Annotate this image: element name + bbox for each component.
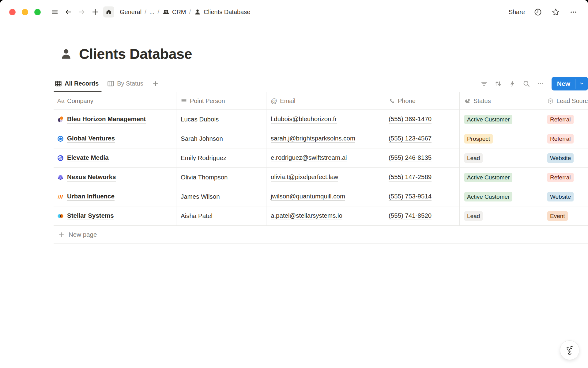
column-header-point-person[interactable]: Point Person (176, 92, 266, 109)
lead-source-cell[interactable]: Event (543, 206, 588, 225)
favorite-star-icon[interactable] (550, 6, 561, 17)
company-cell[interactable]: Bleu Horizon Management (54, 110, 176, 129)
point-person-cell[interactable]: Sarah Johnson (176, 129, 266, 148)
add-view-icon[interactable] (151, 79, 160, 89)
lead-source-cell[interactable]: Website (543, 148, 588, 167)
breadcrumb-item-general[interactable]: General (117, 7, 144, 17)
point-person-cell[interactable]: Lucas Dubois (176, 110, 266, 129)
phone-link[interactable]: (555) 369-1470 (389, 115, 432, 124)
view-more-icon[interactable] (535, 78, 546, 89)
breadcrumb-label: General (120, 9, 141, 16)
email-cell[interactable]: l.dubois@bleuhorizon.fr (266, 110, 384, 129)
phone-cell[interactable]: (555) 123-4567 (384, 129, 460, 148)
column-header-email[interactable]: @ Email (266, 92, 384, 109)
new-page-row[interactable]: New page (54, 226, 588, 244)
status-cell[interactable]: Active Customer (460, 187, 543, 206)
automation-lightning-icon[interactable] (507, 78, 518, 89)
company-name[interactable]: Urban Influence (67, 193, 115, 201)
new-page-label: New page (69, 231, 97, 238)
home-icon[interactable] (103, 6, 114, 17)
email-cell[interactable]: e.rodriguez@swiftstream.ai (266, 148, 384, 167)
history-clock-icon[interactable] (532, 6, 543, 17)
share-button[interactable]: Share (506, 7, 528, 17)
tab-label: By Status (117, 80, 143, 87)
status-cell[interactable]: Prospect (460, 129, 543, 148)
column-header-status[interactable]: Status (460, 92, 543, 109)
company-name[interactable]: Bleu Horizon Management (67, 115, 146, 124)
column-header-phone[interactable]: Phone (384, 92, 460, 109)
email-link[interactable]: jwilson@quantumquill.com (271, 193, 345, 201)
person-icon[interactable] (59, 47, 73, 61)
email-link[interactable]: e.rodriguez@swiftstream.ai (271, 154, 347, 162)
column-header-lead-source[interactable]: Lead Source (543, 92, 588, 109)
company-name[interactable]: Elevate Media (67, 154, 109, 162)
phone-link[interactable]: (555) 246-8135 (389, 154, 432, 162)
global-ventures-logo (57, 136, 64, 142)
minimize-window-button[interactable] (22, 9, 28, 15)
phone-link[interactable]: (555) 147-2589 (389, 173, 432, 182)
lead-source-cell[interactable]: Website (543, 187, 588, 206)
back-arrow-icon[interactable] (63, 6, 74, 17)
tab-all-records[interactable]: All Records (54, 75, 102, 92)
breadcrumb-item-crm[interactable]: CRM (160, 7, 189, 17)
point-person-cell[interactable]: Aisha Patel (176, 206, 266, 225)
status-cell[interactable]: Active Customer (460, 110, 543, 129)
breadcrumb-item-clients-database[interactable]: Clients Database (191, 7, 253, 17)
sort-icon[interactable] (493, 78, 504, 89)
notion-ai-button[interactable] (560, 340, 579, 360)
company-cell[interactable]: Nexus Networks (54, 168, 176, 187)
lead-source-cell[interactable]: Referral (543, 129, 588, 148)
email-link[interactable]: olivia.t@pixelperfect.law (271, 173, 338, 182)
breadcrumb-separator: / (189, 9, 191, 16)
column-label: Company (67, 98, 93, 105)
company-cell[interactable]: Global Ventures (54, 129, 176, 148)
people-icon (162, 8, 170, 16)
lead-source-badge: Referral (547, 115, 574, 124)
column-header-company[interactable]: Aa Company (54, 92, 176, 109)
phone-cell[interactable]: (555) 147-2589 (384, 168, 460, 187)
lead-source-badge: Website (547, 192, 574, 201)
point-person-cell[interactable]: Emily Rodriguez (176, 148, 266, 167)
search-icon[interactable] (521, 78, 532, 89)
lead-source-cell[interactable]: Referral (543, 110, 588, 129)
company-cell[interactable]: Urban Influence (54, 187, 176, 206)
company-name[interactable]: Stellar Systems (67, 212, 114, 220)
filter-icon[interactable] (479, 78, 490, 89)
more-options-icon[interactable] (568, 6, 579, 17)
tab-label: All Records (65, 80, 99, 87)
point-person-cell[interactable]: Olivia Thompson (176, 168, 266, 187)
email-link[interactable]: l.dubois@bleuhorizon.fr (271, 115, 337, 124)
phone-cell[interactable]: (555) 246-8135 (384, 148, 460, 167)
breadcrumb-collapsed[interactable]: ... (147, 7, 157, 17)
email-cell[interactable]: a.patel@stellarsystems.io (266, 206, 384, 225)
new-record-button[interactable]: New (552, 77, 588, 90)
company-name[interactable]: Global Ventures (67, 135, 115, 143)
lead-source-cell[interactable]: Referral (543, 168, 588, 187)
forward-arrow-icon[interactable] (76, 6, 87, 17)
status-cell[interactable]: Lead (460, 206, 543, 225)
close-window-button[interactable] (9, 9, 16, 15)
status-cell[interactable]: Lead (460, 148, 543, 167)
company-cell[interactable]: Elevate Media (54, 148, 176, 167)
zoom-window-button[interactable] (34, 9, 41, 15)
chevron-down-icon[interactable] (575, 77, 588, 90)
phone-link[interactable]: (555) 741-8520 (389, 212, 432, 220)
company-name[interactable]: Nexus Networks (67, 173, 116, 182)
email-cell[interactable]: jwilson@quantumquill.com (266, 187, 384, 206)
email-link[interactable]: a.patel@stellarsystems.io (271, 212, 342, 220)
phone-link[interactable]: (555) 123-4567 (389, 135, 432, 143)
new-tab-icon[interactable] (90, 6, 101, 17)
page-title: Clients Database (79, 45, 192, 62)
sidebar-menu-icon[interactable] (49, 6, 60, 17)
tab-by-status[interactable]: By Status (106, 75, 146, 92)
email-cell[interactable]: sarah.j@brightsparksolns.com (266, 129, 384, 148)
status-cell[interactable]: Active Customer (460, 168, 543, 187)
point-person-cell[interactable]: James Wilson (176, 187, 266, 206)
phone-cell[interactable]: (555) 369-1470 (384, 110, 460, 129)
email-cell[interactable]: olivia.t@pixelperfect.law (266, 168, 384, 187)
company-cell[interactable]: Stellar Systems (54, 206, 176, 225)
email-link[interactable]: sarah.j@brightsparksolns.com (271, 135, 355, 143)
phone-link[interactable]: (555) 753-9514 (389, 193, 432, 201)
phone-cell[interactable]: (555) 741-8520 (384, 206, 460, 225)
phone-cell[interactable]: (555) 753-9514 (384, 187, 460, 206)
